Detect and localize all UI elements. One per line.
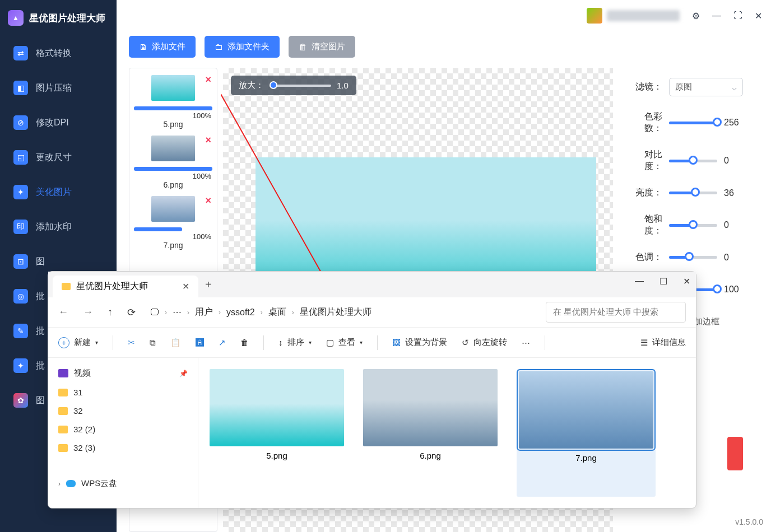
up-icon[interactable]: ↑: [108, 306, 113, 318]
video-icon: [58, 369, 68, 377]
file-item[interactable]: 7.png: [517, 369, 656, 497]
details-button[interactable]: ☰ 详细信息: [640, 337, 686, 348]
thumbnail: [519, 371, 653, 449]
brightness-slider[interactable]: [669, 192, 717, 194]
forward-icon[interactable]: →: [83, 306, 93, 318]
file-item[interactable]: × 100% 7.png: [133, 193, 213, 253]
zoom-control[interactable]: 放大： 1.0: [231, 76, 356, 95]
share-icon[interactable]: ↗: [219, 338, 226, 348]
sidebar-item-watermark[interactable]: 印添加水印: [0, 209, 117, 244]
thumbnail: [363, 369, 498, 446]
refresh-icon[interactable]: ⟳: [127, 306, 136, 319]
search-input[interactable]: 在 星优图片处理大师 中搜索: [546, 302, 686, 323]
side-item[interactable]: 32: [48, 402, 198, 420]
titlebar: ⚙ — ⛶ ✕: [117, 0, 771, 31]
copy-icon[interactable]: ⧉: [150, 338, 156, 348]
maximize-icon[interactable]: ⛶: [733, 11, 742, 21]
side-item[interactable]: 32 (2): [48, 420, 198, 438]
add-file-button[interactable]: 🗎添加文件: [129, 36, 196, 58]
sidebar-item-format[interactable]: ⇄格式转换: [0, 36, 117, 71]
thumbnail: [210, 369, 344, 446]
explorer-nav: ← → ↑ ⟳ 🖵› ⋯› 用户› yssoft2› 桌面› 星优图片处理大师 …: [48, 297, 696, 328]
side-item[interactable]: 32 (3): [48, 438, 198, 457]
sort-button[interactable]: ↕ 排序 ▾: [278, 337, 312, 348]
side-item[interactable]: 31: [48, 383, 198, 402]
breadcrumb[interactable]: 🖵› ⋯› 用户› yssoft2› 桌面› 星优图片处理大师: [150, 306, 531, 318]
add-folder-button[interactable]: 🗀添加文件夹: [205, 36, 280, 58]
zoom-value: 1.0: [337, 81, 349, 90]
file-name: 6.png: [133, 180, 213, 189]
explorer-body: 视频📌 31 32 32 (2) 32 (3) ›WPS云盘 5.png 6.p…: [48, 358, 696, 508]
format-icon: ⇄: [13, 46, 28, 60]
sidebar-item-compress[interactable]: ◧图片压缩: [0, 71, 117, 105]
pin-icon: 📌: [179, 370, 188, 377]
minimize-icon[interactable]: —: [712, 11, 721, 21]
trash-icon: 🗑: [299, 42, 307, 52]
minimize-icon[interactable]: —: [635, 276, 644, 287]
sidebar-item-resize[interactable]: ◱更改尺寸: [0, 140, 117, 175]
progress-pct: 100%: [133, 232, 213, 241]
icon-7: ⊡: [13, 254, 28, 269]
slider-row: 亮度：36: [629, 187, 743, 199]
file-item[interactable]: 5.png: [210, 369, 344, 497]
contrast-slider[interactable]: [669, 160, 717, 162]
cut-icon[interactable]: ✂: [128, 338, 135, 348]
explorer-files: 5.png 6.png 7.png: [198, 358, 696, 508]
version-label: v1.5.0.0: [735, 517, 763, 526]
view-button[interactable]: ▢ 查看 ▾: [326, 337, 363, 348]
color-slider[interactable]: [669, 122, 717, 124]
new-tab-button[interactable]: +: [205, 278, 212, 291]
avatar: [587, 8, 602, 24]
thumbnail: [151, 196, 195, 222]
maximize-icon[interactable]: ☐: [659, 276, 667, 287]
rename-icon[interactable]: 🅰: [196, 338, 204, 347]
file-name: 5.png: [133, 120, 213, 129]
folder-icon: [58, 407, 68, 415]
filter-select[interactable]: 原图: [669, 78, 743, 96]
sidebar-item-beautify[interactable]: ✦美化图片: [0, 175, 117, 209]
explorer-tab[interactable]: 星优图片处理大师 ✕: [53, 276, 198, 297]
rotate-button[interactable]: ↺ 向左旋转: [462, 337, 507, 348]
settings-icon[interactable]: ⚙: [692, 11, 700, 21]
more-icon[interactable]: ⋯: [522, 338, 530, 348]
clear-button[interactable]: 🗑清空图片: [289, 36, 355, 58]
set-bg-button[interactable]: 🖼 设置为背景: [392, 337, 447, 348]
file-item[interactable]: × 100% 6.png: [133, 132, 213, 193]
folder-icon: [58, 426, 68, 433]
annotation-box: [727, 437, 743, 470]
explorer-sidebar: 视频📌 31 32 32 (2) 32 (3) ›WPS云盘: [48, 358, 198, 508]
more-icon[interactable]: ⋯: [173, 307, 182, 318]
remove-file-icon[interactable]: ×: [205, 134, 211, 146]
side-item[interactable]: ›WPS云盘: [48, 474, 198, 493]
progress-pct: 100%: [133, 111, 213, 120]
user-info[interactable]: [587, 8, 680, 24]
beautify-icon: ✦: [13, 185, 28, 199]
delete-icon[interactable]: 🗑: [240, 338, 249, 347]
progress-bar: [134, 106, 212, 110]
username: [607, 10, 680, 21]
file-item[interactable]: × 100% 5.png: [133, 72, 213, 132]
remove-file-icon[interactable]: ×: [205, 195, 211, 207]
progress-pct: 100%: [133, 172, 213, 180]
watermark-icon: 印: [13, 220, 28, 234]
explorer-tabs: 星优图片处理大师 ✕ + — ☐ ✕: [48, 272, 696, 297]
folder-icon: [62, 283, 71, 290]
file-icon: 🗎: [139, 42, 147, 52]
slider-row: 色彩数：256: [629, 111, 743, 134]
zoom-slider[interactable]: [270, 85, 331, 87]
slider-handle[interactable]: [270, 81, 277, 89]
remove-file-icon[interactable]: ×: [205, 74, 211, 86]
icon-10: ✦: [13, 358, 28, 373]
side-item[interactable]: 视频📌: [48, 363, 198, 383]
close-icon[interactable]: ✕: [683, 276, 690, 287]
saturation-slider[interactable]: [669, 224, 717, 227]
close-icon[interactable]: ✕: [755, 11, 762, 21]
sidebar-item-dpi[interactable]: ⊘修改DPI: [0, 105, 117, 140]
slider-row: 对比度：0: [629, 149, 743, 172]
back-icon[interactable]: ←: [58, 306, 68, 318]
chevron-down-icon: [732, 82, 737, 92]
new-button[interactable]: +新建▾: [58, 337, 98, 348]
file-item[interactable]: 6.png: [363, 369, 498, 497]
hue-slider[interactable]: [669, 256, 717, 259]
tab-close-icon[interactable]: ✕: [182, 281, 189, 292]
